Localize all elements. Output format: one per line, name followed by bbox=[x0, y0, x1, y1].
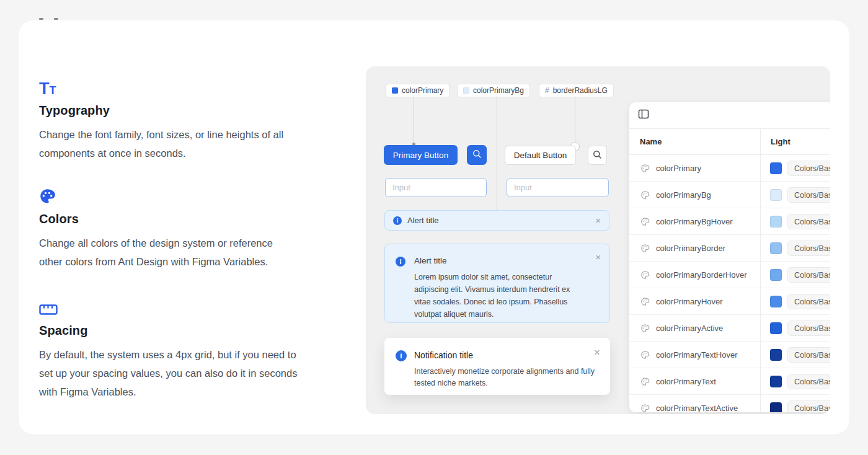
value-chip-label: Colors/Base bbox=[794, 218, 830, 226]
table-row[interactable]: colorPrimaryBg Colors/Base bbox=[629, 182, 830, 208]
color-swatch bbox=[770, 162, 782, 174]
value-chip-label: Colors/Base bbox=[794, 298, 830, 306]
primary-button[interactable]: Primary Button bbox=[384, 145, 458, 165]
color-swatch bbox=[770, 349, 782, 361]
connector-line bbox=[497, 97, 497, 219]
variable-tag-colorPrimaryBg[interactable]: colorPrimaryBg bbox=[457, 84, 530, 97]
info-icon: i bbox=[396, 350, 407, 361]
table-row[interactable]: colorPrimaryTextActive Colors/Base bbox=[629, 395, 830, 412]
table-row[interactable]: colorPrimaryText Colors/Base bbox=[629, 368, 830, 395]
column-header-name: Name bbox=[629, 137, 760, 146]
demo-panel: colorPrimary colorPrimaryBg # borderRadi… bbox=[366, 66, 830, 414]
text-input[interactable] bbox=[507, 178, 609, 197]
text-input[interactable] bbox=[385, 178, 487, 197]
color-swatch bbox=[770, 189, 782, 201]
variable-name: colorPrimaryBorder bbox=[656, 244, 725, 253]
value-chip-label: Colors/Base bbox=[794, 404, 830, 413]
palette-icon bbox=[640, 404, 650, 412]
table-row[interactable]: colorPrimaryActive Colors/Base bbox=[629, 315, 830, 342]
variable-tag-borderRadiusLG[interactable]: # borderRadiusLG bbox=[539, 84, 614, 97]
tag-label: colorPrimaryBg bbox=[473, 86, 524, 95]
color-swatch bbox=[770, 402, 782, 412]
value-alias-chip[interactable]: Colors/Base bbox=[787, 187, 830, 203]
table-body: colorPrimary Colors/Base colorPrimaryBg … bbox=[629, 155, 830, 412]
table-row[interactable]: colorPrimary Colors/Base bbox=[629, 155, 830, 182]
default-button[interactable]: Default Button bbox=[505, 146, 576, 165]
close-icon[interactable]: × bbox=[594, 347, 600, 358]
notification-body: Interactively monetize corporate alignme… bbox=[414, 366, 605, 389]
value-chip-label: Colors/Base bbox=[794, 164, 830, 173]
value-alias-chip[interactable]: Colors/Base bbox=[787, 214, 830, 229]
value-chip-label: Colors/Base bbox=[794, 244, 830, 253]
table-header-row: Name Light bbox=[629, 128, 830, 155]
table-row[interactable]: colorPrimaryBgHover Colors/Base bbox=[629, 208, 830, 235]
palette-icon bbox=[640, 217, 650, 229]
value-chip-label: Colors/Base bbox=[794, 191, 830, 200]
connector-line bbox=[414, 97, 414, 144]
feature-description: Change all colors of the design system o… bbox=[39, 234, 287, 271]
table-row[interactable]: colorPrimaryTextHover Colors/Base bbox=[629, 342, 830, 368]
value-chip-label: Colors/Base bbox=[794, 378, 830, 386]
number-variable-icon: # bbox=[545, 86, 549, 95]
palette-icon bbox=[640, 377, 650, 389]
variable-name: colorPrimaryActive bbox=[656, 324, 723, 333]
tag-color-swatch bbox=[392, 87, 398, 94]
close-icon[interactable]: × bbox=[595, 252, 601, 262]
variable-name: colorPrimaryHover bbox=[656, 297, 723, 306]
table-row[interactable]: colorPrimaryBorderHover Colors/Base bbox=[629, 262, 830, 288]
palette-icon bbox=[640, 324, 650, 335]
feature-description: By default, the system uses a 4px grid, … bbox=[39, 345, 299, 401]
variables-table-card: Name Light colorPrimary Colors/Base colo… bbox=[629, 102, 830, 412]
page-card: TT Typography Change the font family, fo… bbox=[19, 20, 849, 435]
value-alias-chip[interactable]: Colors/Base bbox=[787, 374, 830, 389]
clipped-text-fragment bbox=[54, 18, 58, 20]
panel-layout-icon[interactable] bbox=[638, 108, 649, 122]
color-swatch bbox=[770, 322, 782, 334]
table-row[interactable]: colorPrimaryHover Colors/Base bbox=[629, 288, 830, 315]
feature-title: Colors bbox=[39, 212, 287, 226]
color-swatch bbox=[770, 269, 782, 281]
alert-title: Alert title bbox=[414, 256, 447, 265]
feature-description: Change the font family, font sizes, or l… bbox=[39, 125, 319, 162]
value-alias-chip[interactable]: Colors/Base bbox=[787, 241, 830, 256]
tag-color-swatch bbox=[463, 87, 469, 94]
value-alias-chip[interactable]: Colors/Base bbox=[787, 320, 830, 336]
palette-icon bbox=[640, 244, 650, 255]
clipped-text-fragment bbox=[39, 18, 43, 20]
variable-name: colorPrimaryBorderHover bbox=[656, 270, 747, 280]
value-alias-chip[interactable]: Colors/Base bbox=[787, 294, 830, 309]
feature-colors: Colors Change all colors of the design s… bbox=[39, 185, 287, 271]
column-header-light: Light bbox=[760, 137, 790, 146]
feature-typography: TT Typography Change the font family, fo… bbox=[39, 76, 319, 162]
feature-spacing: Spacing By default, the system uses a 4p… bbox=[39, 296, 299, 401]
value-chip-label: Colors/Base bbox=[794, 271, 830, 280]
value-alias-chip[interactable]: Colors/Base bbox=[787, 347, 830, 363]
variable-tag-colorPrimary[interactable]: colorPrimary bbox=[386, 84, 450, 97]
value-alias-chip[interactable]: Colors/Base bbox=[787, 161, 830, 176]
value-alias-chip[interactable]: Colors/Base bbox=[787, 267, 830, 283]
color-swatch bbox=[770, 296, 782, 307]
close-icon[interactable]: × bbox=[595, 216, 601, 225]
palette-icon bbox=[640, 190, 650, 202]
palette-icon bbox=[640, 297, 650, 309]
value-alias-chip[interactable]: Colors/Base bbox=[787, 400, 830, 412]
alert-with-description: i Alert title Lorem ipsum dolor sit amet… bbox=[384, 244, 610, 323]
palette-icon bbox=[640, 164, 650, 175]
default-search-button[interactable] bbox=[588, 146, 607, 165]
column-divider bbox=[760, 128, 761, 412]
search-icon bbox=[593, 150, 602, 161]
connector-line bbox=[575, 97, 575, 143]
variable-name: colorPrimaryBg bbox=[656, 190, 711, 200]
variable-name: colorPrimary bbox=[656, 164, 701, 173]
variable-name: colorPrimaryText bbox=[656, 377, 716, 386]
info-icon: i bbox=[396, 257, 405, 267]
palette-icon bbox=[640, 350, 650, 362]
table-row[interactable]: colorPrimaryBorder Colors/Base bbox=[629, 235, 830, 262]
tag-label: colorPrimary bbox=[402, 86, 443, 95]
typography-icon: TT bbox=[39, 76, 319, 96]
variable-name: colorPrimaryTextHover bbox=[656, 350, 737, 360]
value-chip-label: Colors/Base bbox=[794, 351, 830, 360]
alert-body: Lorem ipsum dolor sit amet, consectetur … bbox=[414, 271, 574, 320]
search-icon bbox=[472, 149, 482, 161]
primary-search-button[interactable] bbox=[467, 145, 487, 165]
